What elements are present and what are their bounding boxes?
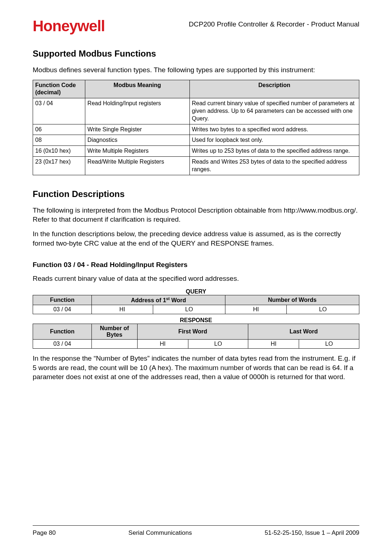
query-header-num: Number of Words [225, 295, 359, 305]
section-title-funcdesc: Function Descriptions [33, 189, 359, 199]
cell-meaning: Read Holding/Input registers [85, 98, 189, 124]
response-table: Function Number of Bytes First Word Last… [33, 324, 359, 349]
resp-header-last: Last Word [248, 324, 359, 340]
cell-desc: Used for loopback test only. [189, 135, 359, 146]
section3-outro: In the response the “Number of Bytes” in… [33, 354, 359, 382]
cell-desc: Writes up to 253 bytes of data to the sp… [189, 146, 359, 157]
cell-desc: Writes two bytes to a specified word add… [189, 124, 359, 135]
response-label: RESPONSE [33, 317, 359, 324]
section1-intro: Modbus defines several function types. T… [33, 65, 359, 75]
col-header-code: Function Code (decimal) [33, 80, 85, 98]
col-header-meaning: Modbus Meaning [85, 80, 189, 98]
col-header-desc: Description [189, 80, 359, 98]
cell-lo: LO [299, 340, 359, 349]
cell-lo: LO [287, 305, 359, 314]
modbus-functions-table: Function Code (decimal) Modbus Meaning D… [33, 80, 359, 175]
cell-code: 16 (0x10 hex) [33, 146, 85, 157]
cell-code: 06 [33, 124, 85, 135]
document-title: DCP200 Profile Controller & Recorder - P… [189, 17, 359, 28]
cell-hi: HI [91, 305, 153, 314]
query-header-addr: Address of 1st Word [91, 295, 225, 305]
logo: Honeywell [33, 17, 105, 35]
subsection-title-0304: Function 03 / 04 - Read Holding/Input Re… [33, 261, 359, 269]
table-row: 03 / 04 HI LO HI LO [33, 340, 359, 349]
resp-header-first: First Word [137, 324, 248, 340]
section2-para2: In the function descriptions below, the … [33, 229, 359, 248]
section-title-supported: Supported Modbus Functions [33, 49, 359, 59]
section2-para1: The following is interpreted from the Mo… [33, 206, 359, 224]
table-row: 16 (0x10 hex) Write Multiple Registers W… [33, 146, 359, 157]
cell-meaning: Diagnostics [85, 135, 189, 146]
cell-code: 08 [33, 135, 85, 146]
cell-hi: HI [248, 340, 299, 349]
table-row: 03 / 04 HI LO HI LO [33, 305, 359, 314]
page-footer: Page 80 Serial Communications 51-52-25-1… [33, 525, 359, 537]
resp-header-func: Function [33, 324, 92, 340]
cell-meaning: Read/Write Multiple Registers [85, 157, 189, 175]
table-row: 23 (0x17 hex) Read/Write Multiple Regist… [33, 157, 359, 175]
cell-func: 03 / 04 [33, 340, 92, 349]
query-header-func: Function [33, 295, 92, 305]
footer-page: Page 80 [33, 529, 56, 537]
cell-lo: LO [188, 340, 248, 349]
table-row: 06 Write Single Register Writes two byte… [33, 124, 359, 135]
query-label: QUERY [33, 288, 359, 295]
cell-hi: HI [225, 305, 287, 314]
footer-section: Serial Communications [128, 529, 192, 537]
cell-func: 03 / 04 [33, 305, 92, 314]
section3-intro: Reads current binary value of data at th… [33, 274, 359, 283]
cell-nbytes [91, 340, 137, 349]
cell-desc: Read current binary value of specified n… [189, 98, 359, 124]
query-table: Function Address of 1st Word Number of W… [33, 295, 359, 314]
cell-hi: HI [137, 340, 188, 349]
table-row: 03 / 04 Read Holding/Input registers Rea… [33, 98, 359, 124]
cell-code: 23 (0x17 hex) [33, 157, 85, 175]
footer-docref: 51-52-25-150, Issue 1 – April 2009 [265, 529, 359, 537]
table-row: 08 Diagnostics Used for loopback test on… [33, 135, 359, 146]
cell-code: 03 / 04 [33, 98, 85, 124]
page-header: Honeywell DCP200 Profile Controller & Re… [33, 17, 359, 35]
cell-meaning: Write Multiple Registers [85, 146, 189, 157]
cell-lo: LO [153, 305, 225, 314]
resp-header-nbytes: Number of Bytes [91, 324, 137, 340]
cell-meaning: Write Single Register [85, 124, 189, 135]
cell-desc: Reads and Writes 253 bytes of data to th… [189, 157, 359, 175]
